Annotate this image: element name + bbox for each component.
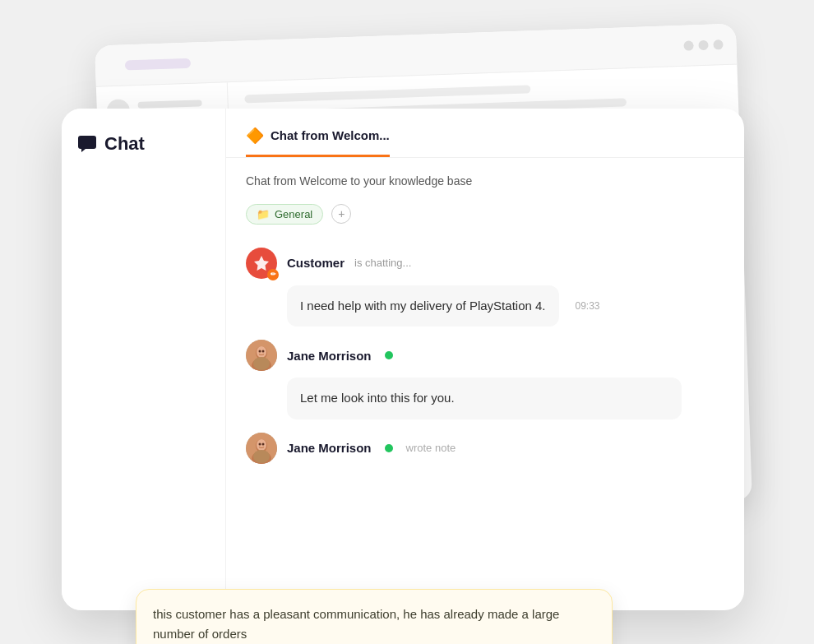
jane-name-2: Jane Morrison	[287, 441, 372, 455]
svg-rect-0	[78, 136, 96, 149]
jane-name-1: Jane Morrison	[287, 349, 372, 363]
chat-bubble-icon	[78, 136, 96, 152]
add-tag-button[interactable]: +	[331, 204, 351, 224]
online-indicator-1	[385, 351, 393, 359]
jane-message-group-1: Jane Morrison Let me look into this for …	[246, 340, 724, 419]
online-indicator-2	[385, 444, 393, 452]
customer-message-text: I need help with my delivery of PlayStat…	[300, 299, 546, 313]
tab-chat[interactable]: 🔶 Chat from Welcom...	[246, 114, 390, 157]
main-chat-card: Chat 🔶 Chat from Welcom... Chat from Wel…	[62, 109, 744, 610]
customer-sender-row: ✏ Customer is chatting...	[246, 248, 724, 279]
chat-messages-area: Chat from Welcome to your knowledge base…	[226, 158, 744, 610]
svg-point-15	[253, 450, 270, 463]
general-tag[interactable]: 📁 General	[246, 204, 323, 225]
wrote-note-label: wrote note	[406, 442, 456, 454]
main-chat-content: 🔶 Chat from Welcom... Chat from Welcome …	[226, 109, 744, 610]
jane-bubble-1: Let me look into this for you.	[287, 378, 682, 419]
svg-point-14	[262, 442, 265, 445]
jane-sender-row-2: Jane Morrison wrote note	[246, 433, 724, 464]
svg-point-7	[262, 350, 265, 353]
bg-address-bar	[125, 58, 191, 70]
tab-label: Chat from Welcom...	[271, 128, 390, 142]
jane-message-text-1: Let me look into this for you.	[300, 391, 455, 405]
jane-avatar-1	[246, 340, 277, 371]
customer-status: is chatting...	[354, 257, 411, 269]
svg-point-13	[259, 442, 261, 445]
customer-message-group: ✏ Customer is chatting... I need help wi…	[246, 248, 724, 327]
sidebar-header: Chat	[78, 133, 209, 155]
tabs-bar: 🔶 Chat from Welcom...	[226, 109, 744, 158]
customer-message-bubble: I need help with my delivery of PlayStat…	[287, 285, 559, 327]
jane-sender-row-1: Jane Morrison	[246, 340, 724, 371]
message-time: 09:33	[575, 299, 599, 313]
customer-avatar-bg: ✏	[246, 248, 277, 279]
customer-message-row: I need help with my delivery of PlayStat…	[287, 285, 724, 327]
svg-point-6	[259, 350, 261, 353]
chat-subtitle: Chat from Welcome to your knowledge base	[246, 174, 724, 188]
tab-arrow-icon: 🔶	[246, 127, 264, 145]
bg-window-controls	[683, 39, 723, 50]
svg-marker-1	[81, 149, 86, 152]
jane-message-group-2: Jane Morrison wrote note	[246, 433, 724, 464]
sidebar-title-text: Chat	[104, 133, 145, 155]
svg-point-5	[257, 346, 266, 358]
chat-sidebar: Chat	[62, 109, 226, 610]
note-card: this customer has a pleasant communicati…	[136, 589, 613, 645]
customer-avatar: ✏	[246, 248, 277, 279]
svg-point-12	[257, 439, 266, 451]
jane-avatar-2	[246, 433, 277, 464]
tag-folder-icon: 📁	[257, 208, 270, 220]
tag-label: General	[275, 208, 312, 220]
jane-message-bubble-1: Let me look into this for you.	[287, 378, 724, 419]
customer-name: Customer	[287, 256, 345, 270]
svg-point-8	[253, 357, 270, 370]
note-text: this customer has a pleasant communicati…	[153, 605, 595, 644]
tags-row: 📁 General +	[246, 204, 724, 225]
edit-pencil-icon: ✏	[267, 269, 279, 280]
